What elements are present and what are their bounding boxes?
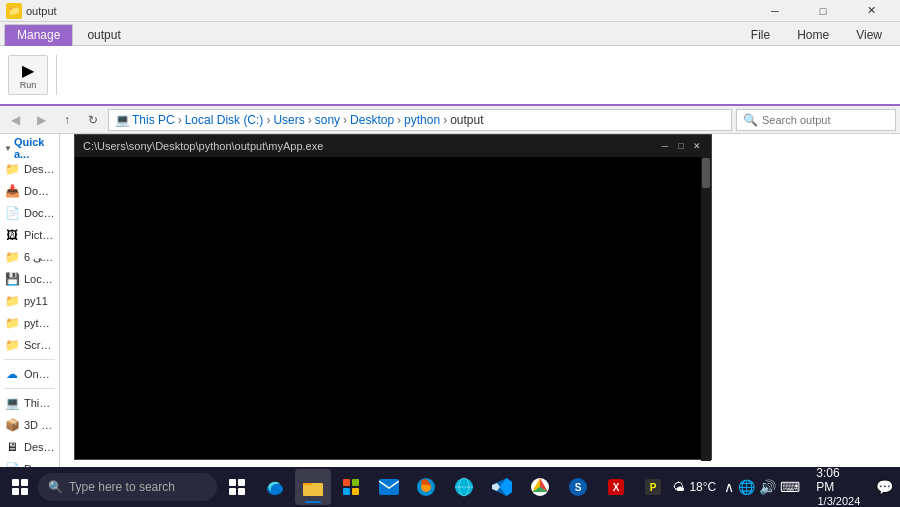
expand-icon: ▼ [4,144,12,153]
console-minimize[interactable]: ─ [659,140,671,152]
quick-access-header[interactable]: ▼ Quick a... [0,138,59,158]
vscode-button[interactable] [484,469,520,505]
close-button[interactable]: ✕ [848,0,894,22]
tray-show-hidden[interactable]: ∧ [724,479,734,495]
sidebar-item-onedrive[interactable]: ☁ OneDr... [0,363,59,385]
py11-icon: 📁 [4,293,20,309]
breadcrumb-part-2[interactable]: Local Disk (C:) [185,113,264,127]
breadcrumb-part-1[interactable]: This PC [132,113,175,127]
back-button[interactable]: ◀ [4,109,26,131]
red-app-icon: X [606,477,626,497]
sidebar-item-arabic[interactable]: 📁 6 إلى... [0,246,59,268]
window-controls: ─ □ ✕ [752,0,894,22]
dark-app-icon: P [643,477,663,497]
console-scrollbar-thumb[interactable] [702,158,710,188]
tab-view[interactable]: View [843,24,895,45]
vscode-icon [492,477,512,497]
forward-button[interactable]: ▶ [30,109,52,131]
store-icon [342,478,360,496]
taskbar: 🔍 Type here to search [0,467,900,507]
pics-icon: 🖼 [4,227,20,243]
tray-battery[interactable]: ⌨ [780,479,800,495]
breadcrumb-part-5[interactable]: Desktop [350,113,394,127]
separator-2 [4,388,55,389]
notification-button[interactable]: 💬 [872,471,896,503]
tab-output[interactable]: output [74,24,133,45]
svg-text:X: X [612,482,619,493]
breadcrumb-part-3[interactable]: Users [273,113,304,127]
chrome-button[interactable] [522,469,558,505]
system-clock[interactable]: 3:06 PM 1/3/2024 [808,466,868,507]
maximize-button[interactable]: □ [800,0,846,22]
sidebar-item-desktop[interactable]: 📁 Deskt... [0,158,59,180]
clock-time: 3:06 PM [816,466,860,495]
app-red-button[interactable]: X [598,469,634,505]
store-button[interactable] [333,469,369,505]
drive-icon: 💾 [4,271,20,287]
svg-rect-9 [352,488,359,495]
main-area: ▼ Quick a... 📁 Deskt... 📥 Downl... 📄 Doc… [0,134,900,485]
task-view-icon [229,479,245,495]
refresh-button[interactable]: ↻ [82,109,104,131]
console-scrollbar[interactable] [701,157,711,461]
app-globe-button[interactable] [446,469,482,505]
svg-text:P: P [650,482,657,493]
tab-home[interactable]: Home [784,24,842,45]
console-controls: ─ □ ✕ [659,140,703,152]
mail-button[interactable] [371,469,407,505]
sidebar-item-pictures[interactable]: 🖼 Pictur... [0,224,59,246]
tab-manage[interactable]: Manage [4,24,73,46]
onedrive-icon: ☁ [4,366,20,382]
sidebar-item-screens[interactable]: 📁 Scree... [0,334,59,356]
tab-file[interactable]: File [738,24,783,45]
taskbar-search[interactable]: 🔍 Type here to search [38,473,217,501]
sidebar-item-desktop2[interactable]: 🖥 Deskt... [0,436,59,458]
sidebar-item-thispc[interactable]: 💻 This PC [0,392,59,414]
svg-rect-3 [238,488,245,495]
sidebar-item-local1[interactable]: 💾 Local ... [0,268,59,290]
pc-icon: 💻 [4,395,20,411]
sidebar-item-documents[interactable]: 📄 Docum... [0,202,59,224]
edge-button[interactable] [257,469,293,505]
svg-rect-6 [343,479,350,486]
sidebar-item-py11[interactable]: 📁 py11 [0,290,59,312]
search-box[interactable]: 🔍 [736,109,896,131]
chrome-icon [530,477,550,497]
minimize-button[interactable]: ─ [752,0,798,22]
app-dark-button[interactable]: P [636,469,672,505]
console-title-bar: C:\Users\sony\Desktop\python\output\myAp… [75,135,711,157]
quick-access-label: Quick a... [14,136,55,160]
desktop-icon: 🖥 [4,439,20,455]
ribbon-tabs: Manage output File Home View [0,22,900,46]
tray-network[interactable]: 🌐 [738,479,755,495]
breadcrumb[interactable]: 💻 This PC › Local Disk (C:) › Users › so… [108,109,732,131]
app-icon: 📁 [6,3,22,19]
sidebar-item-3d[interactable]: 📦 3D Ob... [0,414,59,436]
blue-app-icon: S [568,477,588,497]
file-explorer-button[interactable] [295,469,331,505]
svg-rect-8 [343,488,350,495]
app-blue-button[interactable]: S [560,469,596,505]
firefox-button[interactable] [408,469,444,505]
python-icon: 📁 [4,315,20,331]
weather-widget[interactable]: 🌤 18°C [673,480,716,494]
svg-text:S: S [574,482,581,493]
breadcrumb-part-4[interactable]: sony [315,113,340,127]
weather-icon: 🌤 [673,480,685,494]
console-body[interactable] [75,157,711,459]
console-close[interactable]: ✕ [691,140,703,152]
breadcrumb-part-6[interactable]: python [404,113,440,127]
up-button[interactable]: ↑ [56,109,78,131]
start-button[interactable] [4,471,36,503]
console-maximize[interactable]: □ [675,140,687,152]
breadcrumb-part-7[interactable]: output [450,113,483,127]
firefox-icon [416,477,436,497]
search-input[interactable] [762,114,889,126]
sidebar-item-downloads[interactable]: 📥 Downl... [0,180,59,202]
sidebar-item-python[interactable]: 📁 pytho... [0,312,59,334]
ribbon-button[interactable]: ▶ Run [8,55,48,95]
3d-icon: 📦 [4,417,20,433]
tray-volume[interactable]: 🔊 [759,479,776,495]
task-view-button[interactable] [219,469,255,505]
console-window[interactable]: C:\Users\sony\Desktop\python\output\myAp… [74,134,712,460]
